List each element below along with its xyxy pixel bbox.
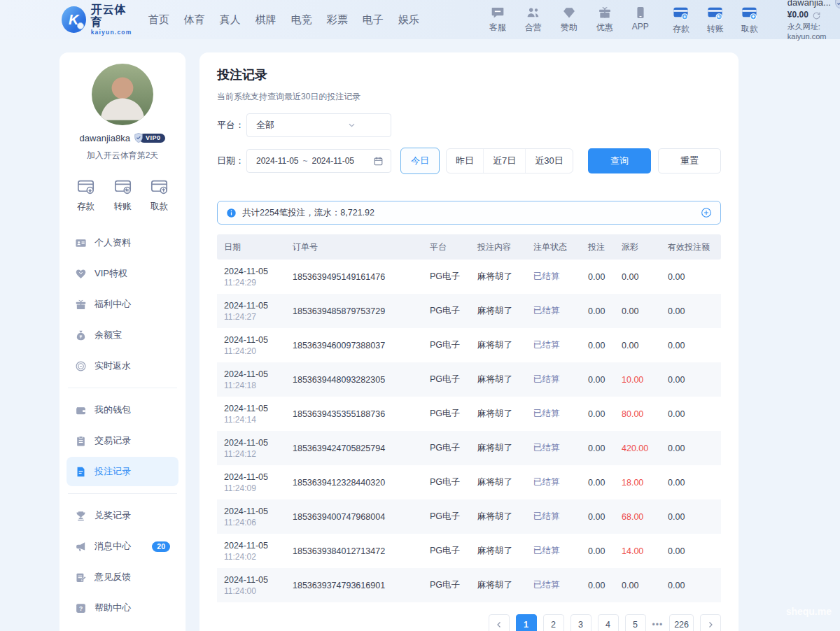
unread-badge: 20 [152, 541, 170, 552]
header-tool-partnership[interactable]: 合营 [521, 6, 546, 34]
join-days-text: 加入开云体育第2天 [59, 150, 186, 162]
moneybag-icon [75, 329, 87, 341]
header-action-transfer-label: 转账 [707, 23, 724, 35]
sidebar-item-welfare-center[interactable]: 福利中心 [66, 290, 178, 319]
cell-payout: 0.00 [622, 341, 668, 350]
next-page-button[interactable] [700, 614, 721, 631]
calendar-icon[interactable] [373, 156, 384, 166]
page-button-1[interactable]: 1 [516, 614, 537, 631]
header-tool-customer-service-label: 客服 [489, 22, 506, 34]
cell-bet-content: 麻将胡了 [477, 408, 533, 420]
nav-item-sports[interactable]: 体育 [184, 13, 205, 27]
sidebar-item-help-center[interactable]: ?帮助中心 [66, 593, 178, 623]
summary-text: 共计2254笔投注，流水：8,721.92 [242, 207, 374, 219]
sidebar-item-message-center[interactable]: 消息中心20 [66, 532, 178, 561]
header-action-deposit[interactable]: 存款 [668, 5, 694, 35]
profile-username: dawanjia8ka [80, 133, 130, 143]
cell-date: 2024-11-0511:24:12 [224, 438, 293, 459]
nav-item-slots[interactable]: 电子 [363, 13, 384, 27]
platform-filter-row: 平台： 全部 [217, 113, 721, 137]
sidebar-item-transaction-records[interactable]: 交易记录 [66, 426, 178, 455]
page-button-5[interactable]: 5 [625, 614, 646, 631]
cell-bet-content: 麻将胡了 [477, 339, 533, 351]
date-range-input[interactable]: 2024-11-05 ~ 2024-11-05 [246, 149, 391, 173]
nav-item-chess[interactable]: 棋牌 [255, 13, 276, 27]
header-action-withdraw[interactable]: 取款 [737, 5, 762, 35]
quick-action-transfer-label: 转账 [114, 201, 132, 213]
range-button-近7日[interactable]: 近7日 [483, 149, 525, 173]
menu-divider [68, 493, 177, 494]
header-tool-sponsor-label: 赞助 [561, 22, 578, 34]
platform-select[interactable]: 全部 [246, 113, 391, 137]
cell-order-number: 1853639485879753729 [293, 306, 430, 316]
header-tool-promotions-label: 优惠 [596, 22, 613, 34]
sidebar-item-feedback[interactable]: 意见反馈 [66, 562, 178, 592]
reset-button[interactable]: 重置 [658, 148, 721, 173]
page-button-2[interactable]: 2 [543, 614, 564, 631]
sidebar-item-yuebao[interactable]: 余额宝 [66, 320, 178, 350]
header-tool-customer-service[interactable]: 客服 [485, 6, 510, 34]
header-tool-app-download[interactable]: APP [628, 6, 653, 34]
wallet-icon [75, 404, 87, 416]
nav-item-entertainment[interactable]: 娱乐 [398, 13, 419, 27]
range-button-近30日[interactable]: 近30日 [525, 149, 572, 173]
sidebar-item-bet-records[interactable]: 投注记录 [66, 457, 178, 486]
header-action-transfer[interactable]: 转账 [703, 5, 728, 35]
info-icon [226, 208, 237, 218]
page-button-226[interactable]: 226 [669, 614, 694, 631]
megaphone-icon [75, 541, 87, 553]
sidebar-item-prize-records[interactable]: 兑奖记录 [66, 501, 178, 530]
quick-action-transfer[interactable]: 转账 [113, 177, 132, 213]
nav-item-esports[interactable]: 电竞 [291, 13, 312, 27]
cell-bet-content: 麻将胡了 [477, 442, 533, 454]
date-end: 2024-11-05 [312, 156, 355, 166]
sidebar-item-vip-privileges[interactable]: VIP特权 [66, 259, 178, 288]
platform-label: 平台： [217, 119, 246, 132]
range-button-今日[interactable]: 今日 [400, 148, 440, 174]
cell-bet-content: 麻将胡了 [477, 545, 533, 557]
chat-icon [491, 6, 505, 20]
cell-date: 2024-11-0511:24:14 [224, 404, 293, 425]
page-button-4[interactable]: 4 [598, 614, 619, 631]
nav-item-live-casino[interactable]: 真人 [220, 13, 241, 27]
rebate-coin-icon [75, 360, 87, 372]
cell-status: 已结算 [533, 339, 588, 351]
sidebar-item-my-wallet[interactable]: 我的钱包 [66, 395, 178, 425]
expand-plus-icon[interactable] [701, 207, 712, 218]
search-button[interactable]: 查询 [588, 148, 651, 173]
header-action-withdraw-label: 取款 [741, 23, 758, 35]
prev-page-button[interactable] [489, 614, 510, 631]
refresh-balance-icon[interactable] [812, 11, 821, 20]
header-tool-sponsor[interactable]: 赞助 [556, 6, 582, 34]
sidebar-item-message-center-label: 消息中心 [94, 540, 131, 553]
cell-status: 已结算 [533, 511, 588, 523]
header-tool-promotions[interactable]: 优惠 [592, 6, 617, 34]
cell-status: 已结算 [533, 476, 588, 488]
site-logo[interactable]: K 开云体育 kaiyun.com [62, 3, 134, 35]
sidebar-item-realtime-rebate[interactable]: 实时返水 [66, 351, 178, 381]
quick-action-withdraw[interactable]: 取款 [150, 177, 169, 213]
table-row: 2024-11-0511:24:06 1853639400747968004 P… [217, 499, 721, 534]
quick-action-deposit[interactable]: 存款 [76, 177, 95, 213]
table-row: 2024-11-0511:24:29 1853639495149161476 P… [217, 260, 721, 294]
profile-avatar [92, 64, 153, 125]
bet-doc-icon [75, 466, 87, 478]
withdraw-card-icon [741, 5, 757, 21]
table-row: 2024-11-0511:24:09 1853639412328440320 P… [217, 465, 721, 499]
nav-item-lottery[interactable]: 彩票 [327, 13, 348, 27]
table-body: 2024-11-0511:24:29 1853639495149161476 P… [217, 260, 721, 602]
sidebar-item-personal-info[interactable]: 个人资料 [66, 228, 178, 257]
idcard-icon [75, 237, 87, 249]
cell-valid-amount: 0.00 [668, 581, 714, 590]
column-header-0: 日期 [224, 241, 293, 253]
cell-order-number: 1853639374793616901 [293, 581, 430, 590]
nav-item-home[interactable]: 首页 [148, 13, 169, 27]
quick-action-deposit-label: 存款 [77, 201, 94, 213]
top-header: K 开云体育 kaiyun.com 首页体育真人棋牌电竞彩票电子娱乐 客服合营赞… [0, 0, 840, 39]
page-title: 投注记录 [217, 66, 721, 83]
profile-card: dawanjia8ka VIP0 加入开云体育第2天 存款转账取款 [59, 64, 186, 213]
page-button-3[interactable]: 3 [570, 614, 592, 631]
range-button-昨日[interactable]: 昨日 [447, 149, 483, 173]
user-info[interactable]: dawanjia... VIP0 ¥0.00 永久网址: kaiyun.com [788, 0, 840, 42]
bet-records-table: 日期订单号平台投注内容注单状态投注派彩有效投注额 2024-11-0511:24… [217, 234, 721, 602]
